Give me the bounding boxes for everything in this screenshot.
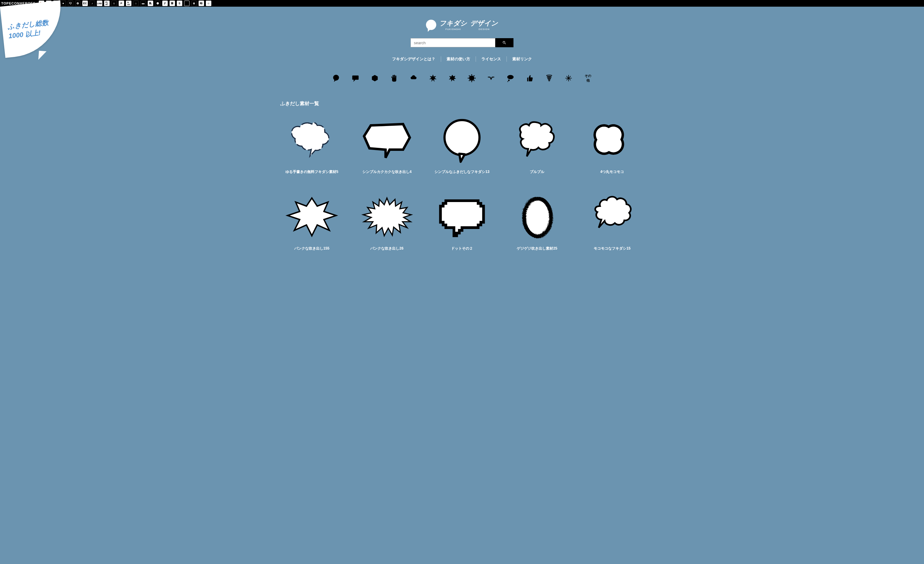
category-icons: その他 [0,74,924,83]
bubble-thumb [510,193,564,241]
search-input[interactable] [411,38,495,47]
bubble-item[interactable]: パンクな吹き出し155 [280,193,344,251]
nav-links: フキダシデザインとは？ 素材の使い方 ライセンス 素材リンク [0,56,924,62]
svg-rect-1 [352,75,359,80]
bubble-thumb [510,116,564,164]
bubble-item[interactable]: ドットその２ [430,193,494,251]
svg-marker-3 [429,75,437,82]
search-icon [502,41,507,45]
nav-license[interactable]: ライセンス [476,56,507,62]
svg-point-11 [474,80,475,81]
nav-links-page[interactable]: 素材リンク [507,56,537,62]
svg-point-18 [444,120,480,155]
search-button[interactable] [495,38,513,47]
topbar-icon-active[interactable]: ▦ [184,1,189,6]
bubble-thumb [360,116,414,164]
svg-point-12 [469,80,470,81]
bubble-item[interactable]: モコモコなフキダシ15 [580,193,644,251]
cat-poly-icon[interactable] [370,74,379,83]
bubble-caption: プルプル [506,169,568,174]
topbar-icon[interactable]: P [118,1,124,6]
bubble-caption: シンプルなふきだしなフキダシ13 [430,169,494,174]
nav-about[interactable]: フキダシデザインとは？ [387,56,441,62]
cat-thumb-icon[interactable] [526,74,534,83]
bubble-caption: ゆる手書きの無料フキダシ素材5 [280,169,344,174]
bubble-item[interactable]: プルプル [506,116,568,174]
svg-marker-17 [364,124,410,158]
search-bar [0,38,924,47]
topbar-icon[interactable]: FLAT [104,1,110,6]
bubble-thumb [435,116,489,164]
nav-howto[interactable]: 素材の使い方 [441,56,476,62]
cat-think-icon[interactable] [506,74,514,83]
bubble-thumb [435,193,489,241]
svg-point-21 [524,198,551,236]
svg-point-0 [333,75,339,81]
topbar-icon[interactable]: ド [162,1,168,6]
svg-point-15 [508,79,510,81]
bubble-item[interactable]: ゆる手書きの無料フキダシ素材5 [280,116,344,174]
svg-point-8 [471,81,472,83]
svg-point-7 [475,78,476,79]
cat-tornado-icon[interactable] [545,74,554,83]
section-title: ふきだし素材一覧 [268,101,656,107]
bubble-thumb [585,116,639,164]
cat-bracket-icon[interactable] [487,74,495,83]
cat-round-icon[interactable] [332,74,340,83]
topbar-icon[interactable]: ● [60,1,66,6]
svg-point-14 [507,75,514,79]
cat-burst-icon[interactable] [429,74,437,83]
bubble-item[interactable]: シンプルカクカクな吹き出し4 [356,116,418,174]
svg-point-9 [468,78,469,79]
cat-cloud-icon[interactable] [410,74,418,83]
topbar-icon[interactable]: ▬ [141,1,146,6]
bubble-thumb [285,193,339,241]
topbar-icon[interactable]: LINE [97,1,102,6]
svg-marker-20 [363,198,411,236]
topbar-icon[interactable]: ☺ [206,1,212,6]
topbar-icon[interactable]: 鳥 [148,1,153,6]
bubble-item[interactable]: ゲジゲジ吹き出し素材25 [506,193,568,251]
topbar-icon[interactable]: ✿ [75,1,81,6]
cat-dotcircle-icon[interactable] [468,74,476,83]
bubble-caption: ゲジゲジ吹き出し素材25 [506,246,568,251]
logo-word-2: デザイン [470,20,498,27]
cat-hand-icon[interactable] [390,74,398,83]
topbar-icon[interactable]: ※ [191,1,197,6]
cat-rect-icon[interactable] [351,74,360,83]
topbar-icon[interactable]: ⌂ [133,1,139,6]
bubble-item[interactable]: シンプルなふきだしなフキダシ13 [430,116,494,174]
bubble-caption: パンクな吹き出し155 [280,246,344,251]
svg-point-16 [507,81,508,82]
cat-other[interactable]: その他 [584,74,592,83]
bubble-caption: モコモコなフキダシ15 [580,246,644,251]
topbar-icon[interactable]: 筆 [170,1,175,6]
logo-sub-1: FUKIDASHI [439,28,467,31]
logo-mark-icon [426,20,436,30]
bubble-thumb [285,116,339,164]
topbar-icon[interactable]: ☺ [111,1,117,6]
topbar-icon[interactable]: ♪ [90,1,95,6]
topbar-icon[interactable]: S [177,1,182,6]
topbar-icon[interactable]: ⬢ [155,1,160,6]
svg-point-10 [474,75,475,76]
bubble-caption: ドットその２ [430,246,494,251]
bubble-caption: 4つ丸モコモコ [580,169,644,174]
cat-burst2-icon[interactable] [448,74,456,83]
topbar-icon[interactable]: 🗨 [68,1,73,6]
topbar-icon[interactable]: EC [82,1,88,6]
bubble-thumb [585,193,639,241]
topbar-icon[interactable]: icon [126,1,131,6]
topbar-icon[interactable]: 時 [199,1,204,6]
svg-point-6 [471,74,472,75]
svg-marker-4 [449,75,456,82]
svg-marker-19 [288,198,336,236]
bubble-caption: シンプルカクカクな吹き出し4 [356,169,418,174]
logo-sub-2: DESIGN [470,28,498,31]
bubble-item[interactable]: パンクな吹き出し26 [356,193,418,251]
header: フキダシ FUKIDASHI デザイン DESIGN フキダシデザインとは？ 素… [0,7,924,83]
bubble-item[interactable]: 4つ丸モコモコ [580,116,644,174]
bubble-thumb [360,193,414,241]
site-logo[interactable]: フキダシ FUKIDASHI デザイン DESIGN [0,19,924,31]
cat-star-icon[interactable] [564,74,573,83]
